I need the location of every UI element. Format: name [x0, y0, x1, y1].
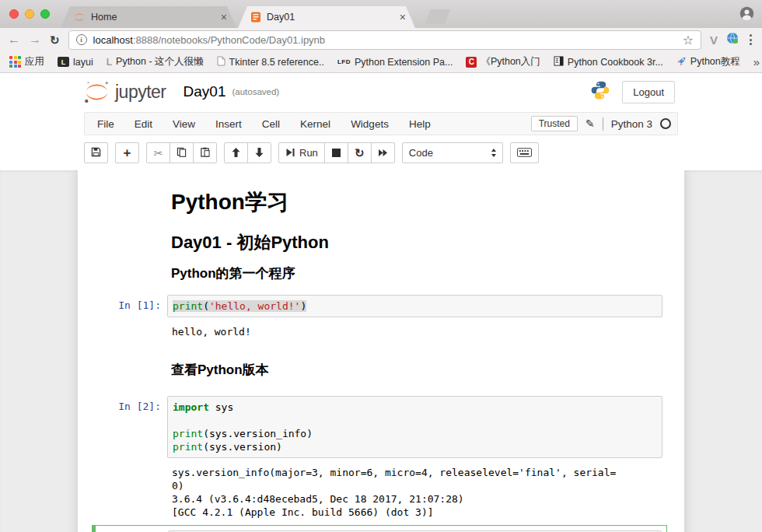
- cell-type-value: Code: [409, 147, 433, 159]
- bookmark-label: Tkinter 8.5 reference..: [229, 57, 324, 68]
- apps-grid-icon: [9, 56, 21, 68]
- save-button[interactable]: [84, 142, 108, 163]
- maximize-window-button[interactable]: [40, 9, 50, 19]
- bookmark-label: layui: [73, 57, 93, 68]
- tab-close-icon[interactable]: ×: [398, 11, 407, 23]
- plus-icon: +: [124, 145, 131, 161]
- bookmarks-overflow-icon[interactable]: »: [753, 55, 760, 68]
- tab-close-icon[interactable]: ×: [219, 11, 229, 23]
- output-text: 0): [172, 479, 658, 492]
- back-icon[interactable]: ←: [8, 33, 20, 46]
- forward-icon[interactable]: →: [29, 33, 41, 46]
- url-text[interactable]: localhost:8888/notebooks/PythonCode/Day0…: [93, 34, 676, 46]
- cell-type-select[interactable]: Code: [402, 142, 503, 163]
- code-token: (sys.version_info): [203, 428, 313, 439]
- browser-menu-kebab-icon[interactable]: [747, 34, 754, 45]
- lfd-icon: LFD: [337, 58, 351, 65]
- menubar-wrapper: File Edit View Insert Cell Kernel Widget…: [0, 110, 762, 140]
- bookmark-layui[interactable]: L layui: [58, 57, 93, 68]
- markdown-heading1[interactable]: Python学习: [171, 189, 591, 215]
- output-text: [GCC 4.2.1 (Apple Inc. build 5666) (dot …: [172, 506, 658, 519]
- code-cell-2: In [2]: import sys print(sys.version_inf…: [78, 396, 684, 458]
- code-token: import: [173, 401, 209, 413]
- tab-day01[interactable]: Day01 ×: [238, 6, 415, 28]
- fast-forward-icon: [378, 147, 388, 159]
- markdown-heading3-first-program[interactable]: Python的第一个程序: [171, 265, 591, 282]
- bookmark-python-blog[interactable]: L Python - 这个人很懒: [107, 55, 204, 68]
- save-icon: [91, 147, 101, 159]
- page-icon: [217, 56, 225, 68]
- info-icon[interactable]: i: [76, 34, 87, 45]
- markdown-heading3-version[interactable]: 查看Python版本: [171, 362, 591, 379]
- close-window-button[interactable]: [9, 9, 19, 19]
- paste-cell-button[interactable]: [193, 142, 217, 163]
- bookmark-star-icon[interactable]: ☆: [683, 33, 694, 47]
- restart-run-all-button[interactable]: [371, 142, 395, 163]
- menu-view[interactable]: View: [163, 118, 205, 130]
- bookmark-cookbook[interactable]: Python Cookbook 3r...: [554, 56, 663, 68]
- menu-widgets[interactable]: Widgets: [341, 118, 399, 130]
- run-button[interactable]: Run: [278, 142, 325, 163]
- jupyter-logo-icon[interactable]: jupyter: [82, 80, 166, 104]
- input-prompt: In [1]:: [78, 295, 167, 317]
- bookmarks-bar: 应用 L layui L Python - 这个人很懒 Tkinter 8.5 …: [0, 51, 762, 73]
- output-text: 3.6.4 (v3.6.4:d48ecebad5, Dec 18 2017, 2…: [172, 492, 658, 506]
- cut-cell-button[interactable]: ✂: [146, 142, 170, 163]
- menu-help[interactable]: Help: [399, 118, 441, 130]
- bookmark-apps[interactable]: 应用: [9, 55, 44, 68]
- markdown-heading2[interactable]: Day01 - 初始Python: [171, 233, 591, 253]
- code-input[interactable]: import sys print(sys.version_info) print…: [167, 396, 662, 458]
- browser-toolbar: ← → ↻ i localhost:8888/notebooks/PythonC…: [0, 28, 762, 51]
- reload-icon[interactable]: ↻: [50, 34, 60, 46]
- output-area-2: sys.version_info(major=3, minor=6, micro…: [78, 463, 684, 519]
- run-label: Run: [299, 147, 318, 159]
- menu-kernel[interactable]: Kernel: [290, 118, 341, 130]
- tab-title: Home: [91, 12, 219, 23]
- output-text: sys.version_info(major=3, minor=6, micro…: [172, 466, 658, 479]
- address-bar[interactable]: i localhost:8888/notebooks/PythonCode/Da…: [68, 30, 701, 50]
- python-logo-icon: [590, 80, 610, 103]
- extension-v-icon[interactable]: V: [710, 33, 718, 47]
- code-token: print: [173, 428, 203, 439]
- divider: [603, 117, 603, 131]
- url-host: localhost: [93, 34, 133, 46]
- bookmark-python-extension[interactable]: LFD Python Extension Pa...: [337, 57, 453, 68]
- logout-button[interactable]: Logout: [622, 81, 675, 103]
- layui-icon: L: [58, 57, 69, 67]
- menu-cell[interactable]: Cell: [252, 118, 290, 130]
- menu-file[interactable]: File: [87, 118, 124, 130]
- menubar: File Edit View Insert Cell Kernel Widget…: [84, 112, 678, 135]
- output-text: hello, world!: [172, 325, 658, 338]
- trusted-badge[interactable]: Trusted: [531, 116, 578, 131]
- copy-icon: [177, 147, 187, 159]
- notebook-title[interactable]: Day01: [184, 83, 226, 100]
- copy-cell-button[interactable]: [170, 142, 194, 163]
- move-cell-down-button[interactable]: [247, 142, 271, 163]
- profile-icon[interactable]: [739, 6, 754, 24]
- notebook-toolbar: + ✂ Run ↻ Code: [0, 140, 762, 170]
- add-cell-button[interactable]: +: [115, 142, 139, 163]
- bookmark-tkinter[interactable]: Tkinter 8.5 reference..: [217, 56, 324, 68]
- command-palette-button[interactable]: [510, 142, 539, 163]
- bookmark-python-intro[interactable]: C 《Python入门: [466, 55, 540, 68]
- code-input[interactable]: print('hello, world!'): [167, 295, 662, 317]
- bookmark-python-tutorial[interactable]: Python教程: [676, 55, 740, 68]
- menu-insert[interactable]: Insert: [205, 118, 252, 130]
- code-cell-3-selected[interactable]: In [ ]:: [92, 525, 667, 532]
- restart-kernel-button[interactable]: ↻: [348, 142, 372, 163]
- bookmark-label: Python教程: [690, 55, 740, 68]
- menu-edit[interactable]: Edit: [124, 118, 163, 130]
- jupyter-favicon-icon: [73, 12, 86, 23]
- globe-extension-icon[interactable]: [726, 32, 739, 47]
- notebook-container: Python学习 Day01 - 初始Python Python的第一个程序 I…: [0, 170, 762, 532]
- new-tab-button[interactable]: [425, 9, 450, 24]
- stop-button[interactable]: [324, 142, 348, 163]
- red-c-icon: C: [466, 57, 477, 68]
- arrow-down-icon: [255, 147, 264, 159]
- dropdown-arrows-icon: [491, 149, 496, 157]
- move-cell-up-button[interactable]: [224, 142, 248, 163]
- tab-home[interactable]: Home ×: [61, 6, 236, 28]
- bookmark-label: Python Extension Pa...: [355, 57, 453, 68]
- minimize-window-button[interactable]: [25, 9, 34, 19]
- paste-icon: [200, 147, 210, 159]
